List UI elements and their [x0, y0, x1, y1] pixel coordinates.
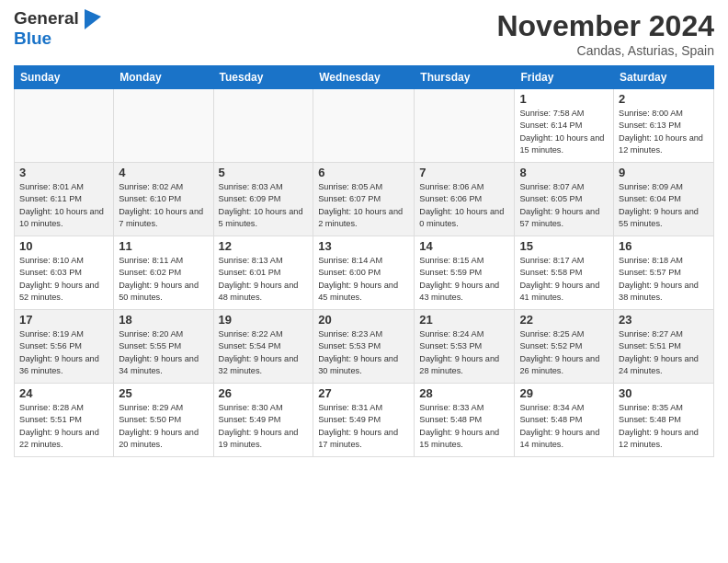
col-monday: Monday: [114, 66, 213, 89]
table-row: 11Sunrise: 8:11 AM Sunset: 6:02 PM Dayli…: [114, 236, 213, 310]
day-number: 26: [219, 386, 309, 400]
day-info: Sunrise: 8:05 AM Sunset: 6:07 PM Dayligh…: [318, 181, 409, 230]
table-row: 27Sunrise: 8:31 AM Sunset: 5:49 PM Dayli…: [313, 384, 415, 457]
day-number: 11: [119, 239, 208, 253]
day-info: Sunrise: 8:07 AM Sunset: 6:05 PM Dayligh…: [519, 181, 609, 230]
day-number: 21: [419, 313, 509, 327]
day-number: 25: [119, 386, 208, 400]
table-row: 28Sunrise: 8:33 AM Sunset: 5:48 PM Dayli…: [415, 384, 515, 457]
day-info: Sunrise: 8:35 AM Sunset: 5:48 PM Dayligh…: [619, 402, 709, 451]
day-number: 17: [19, 313, 108, 327]
day-info: Sunrise: 8:28 AM Sunset: 5:51 PM Dayligh…: [19, 402, 108, 451]
col-sunday: Sunday: [15, 66, 114, 89]
day-number: 5: [219, 166, 309, 179]
table-row: 22Sunrise: 8:25 AM Sunset: 5:52 PM Dayli…: [515, 310, 614, 384]
table-row: [415, 89, 515, 163]
day-number: 10: [19, 239, 108, 253]
table-row: 17Sunrise: 8:19 AM Sunset: 5:56 PM Dayli…: [15, 310, 114, 384]
day-number: 29: [519, 386, 609, 400]
table-row: [313, 89, 415, 163]
day-info: Sunrise: 8:27 AM Sunset: 5:51 PM Dayligh…: [619, 328, 709, 377]
table-row: 25Sunrise: 8:29 AM Sunset: 5:50 PM Dayli…: [114, 384, 213, 457]
day-info: Sunrise: 8:11 AM Sunset: 6:02 PM Dayligh…: [119, 255, 208, 304]
day-number: 6: [318, 166, 409, 179]
day-info: Sunrise: 8:09 AM Sunset: 6:04 PM Dayligh…: [619, 181, 709, 230]
day-number: 19: [219, 313, 309, 327]
day-info: Sunrise: 8:03 AM Sunset: 6:09 PM Dayligh…: [219, 181, 309, 230]
day-number: 18: [119, 313, 208, 327]
table-row: [213, 89, 313, 163]
calendar-table: Sunday Monday Tuesday Wednesday Thursday…: [14, 65, 714, 457]
day-number: 23: [619, 313, 709, 327]
day-info: Sunrise: 8:33 AM Sunset: 5:48 PM Dayligh…: [419, 402, 509, 451]
day-number: 14: [419, 239, 509, 253]
day-number: 9: [619, 166, 709, 179]
day-info: Sunrise: 8:02 AM Sunset: 6:10 PM Dayligh…: [119, 181, 208, 230]
day-number: 16: [619, 239, 709, 253]
day-info: Sunrise: 8:25 AM Sunset: 5:52 PM Dayligh…: [519, 328, 609, 377]
col-saturday: Saturday: [614, 66, 714, 89]
day-info: Sunrise: 8:00 AM Sunset: 6:13 PM Dayligh…: [619, 108, 709, 156]
day-info: Sunrise: 8:14 AM Sunset: 6:00 PM Dayligh…: [318, 255, 409, 304]
header: General Blue November 2024 Candas, Astur…: [14, 9, 714, 58]
day-info: Sunrise: 8:19 AM Sunset: 5:56 PM Dayligh…: [19, 328, 108, 377]
table-row: [15, 89, 114, 163]
table-row: 16Sunrise: 8:18 AM Sunset: 5:57 PM Dayli…: [614, 236, 714, 310]
logo: General Blue: [14, 9, 101, 49]
day-number: 4: [119, 166, 208, 179]
day-info: Sunrise: 8:24 AM Sunset: 5:53 PM Dayligh…: [419, 328, 509, 377]
logo-icon: [85, 9, 101, 29]
col-tuesday: Tuesday: [213, 66, 313, 89]
table-row: [114, 89, 213, 163]
day-info: Sunrise: 8:30 AM Sunset: 5:49 PM Dayligh…: [219, 402, 309, 451]
table-row: 6Sunrise: 8:05 AM Sunset: 6:07 PM Daylig…: [313, 163, 415, 236]
day-number: 22: [519, 313, 609, 327]
page: General Blue November 2024 Candas, Astur…: [0, 0, 728, 466]
table-row: 4Sunrise: 8:02 AM Sunset: 6:10 PM Daylig…: [114, 163, 213, 236]
day-info: Sunrise: 8:13 AM Sunset: 6:01 PM Dayligh…: [219, 255, 309, 304]
day-info: Sunrise: 8:17 AM Sunset: 5:58 PM Dayligh…: [519, 255, 609, 304]
col-wednesday: Wednesday: [313, 66, 415, 89]
day-info: Sunrise: 8:06 AM Sunset: 6:06 PM Dayligh…: [419, 181, 509, 230]
day-info: Sunrise: 8:18 AM Sunset: 5:57 PM Dayligh…: [619, 255, 709, 304]
table-row: 21Sunrise: 8:24 AM Sunset: 5:53 PM Dayli…: [415, 310, 515, 384]
table-row: 12Sunrise: 8:13 AM Sunset: 6:01 PM Dayli…: [213, 236, 313, 310]
day-number: 1: [519, 92, 609, 106]
day-number: 8: [519, 166, 609, 179]
table-row: 19Sunrise: 8:22 AM Sunset: 5:54 PM Dayli…: [213, 310, 313, 384]
table-row: 29Sunrise: 8:34 AM Sunset: 5:48 PM Dayli…: [515, 384, 614, 457]
day-number: 28: [419, 386, 509, 400]
day-info: Sunrise: 8:01 AM Sunset: 6:11 PM Dayligh…: [19, 181, 108, 230]
table-row: 13Sunrise: 8:14 AM Sunset: 6:00 PM Dayli…: [313, 236, 415, 310]
table-row: 24Sunrise: 8:28 AM Sunset: 5:51 PM Dayli…: [15, 384, 114, 457]
day-info: Sunrise: 8:15 AM Sunset: 5:59 PM Dayligh…: [419, 255, 509, 304]
day-info: Sunrise: 8:10 AM Sunset: 6:03 PM Dayligh…: [19, 255, 108, 304]
day-number: 20: [318, 313, 409, 327]
month-title: November 2024: [496, 9, 714, 43]
day-info: Sunrise: 8:34 AM Sunset: 5:48 PM Dayligh…: [519, 402, 609, 451]
day-number: 12: [219, 239, 309, 253]
day-info: Sunrise: 8:31 AM Sunset: 5:49 PM Dayligh…: [318, 402, 409, 451]
svg-marker-0: [85, 9, 101, 29]
table-row: 10Sunrise: 8:10 AM Sunset: 6:03 PM Dayli…: [15, 236, 114, 310]
day-info: Sunrise: 8:20 AM Sunset: 5:55 PM Dayligh…: [119, 328, 208, 377]
table-row: 5Sunrise: 8:03 AM Sunset: 6:09 PM Daylig…: [213, 163, 313, 236]
table-row: 15Sunrise: 8:17 AM Sunset: 5:58 PM Dayli…: [515, 236, 614, 310]
day-number: 3: [19, 166, 108, 179]
table-row: 8Sunrise: 8:07 AM Sunset: 6:05 PM Daylig…: [515, 163, 614, 236]
table-row: 26Sunrise: 8:30 AM Sunset: 5:49 PM Dayli…: [213, 384, 313, 457]
day-info: Sunrise: 8:22 AM Sunset: 5:54 PM Dayligh…: [219, 328, 309, 377]
table-row: 30Sunrise: 8:35 AM Sunset: 5:48 PM Dayli…: [614, 384, 714, 457]
table-row: 7Sunrise: 8:06 AM Sunset: 6:06 PM Daylig…: [415, 163, 515, 236]
title-area: November 2024 Candas, Asturias, Spain: [496, 9, 714, 58]
table-row: 3Sunrise: 8:01 AM Sunset: 6:11 PM Daylig…: [15, 163, 114, 236]
day-number: 7: [419, 166, 509, 179]
table-row: 18Sunrise: 8:20 AM Sunset: 5:55 PM Dayli…: [114, 310, 213, 384]
day-number: 2: [619, 92, 709, 106]
table-row: 14Sunrise: 8:15 AM Sunset: 5:59 PM Dayli…: [415, 236, 515, 310]
col-thursday: Thursday: [415, 66, 515, 89]
location: Candas, Asturias, Spain: [496, 43, 714, 58]
day-number: 24: [19, 386, 108, 400]
table-row: 1Sunrise: 7:58 AM Sunset: 6:14 PM Daylig…: [515, 89, 614, 163]
day-number: 15: [519, 239, 609, 253]
